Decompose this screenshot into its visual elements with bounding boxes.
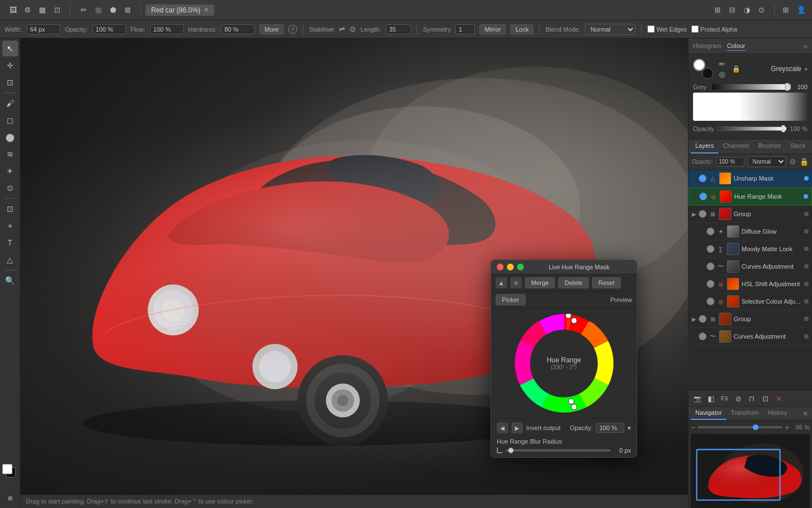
foreground-color-swatch[interactable] xyxy=(2,464,12,474)
fg-swatch[interactable] xyxy=(693,59,705,71)
layers-opacity-input[interactable] xyxy=(716,157,744,167)
paint-brush-tool[interactable]: 🖌 xyxy=(2,95,18,111)
colour-tab[interactable]: Colour xyxy=(727,41,745,51)
add-layer-btn[interactable]: 📷 xyxy=(692,393,703,404)
duplicate-layer-btn[interactable]: ⊡ xyxy=(760,393,771,404)
blur-slider-track[interactable] xyxy=(506,449,611,452)
layer-vis-group1[interactable] xyxy=(699,210,707,218)
layer-vis-selective[interactable] xyxy=(707,297,714,305)
layer-item-hsl[interactable]: ◎ HSL Shift Adjustment xyxy=(689,275,812,293)
account-icon[interactable]: 👤 xyxy=(795,4,807,16)
settings-icon[interactable]: ⚙ xyxy=(21,4,34,16)
photo-icon[interactable]: 🖼 xyxy=(7,4,19,16)
dodge-tool[interactable]: ☀ xyxy=(2,163,18,179)
layer-item-curves2[interactable]: 〜 Curves Adjustment xyxy=(689,328,812,345)
grey-slider-thumb[interactable] xyxy=(785,83,789,91)
group-layer-btn[interactable]: ⊓ xyxy=(746,393,757,404)
color-reset-icon[interactable]: ⊠ xyxy=(2,490,18,506)
blur-slider-thumb[interactable] xyxy=(508,448,514,453)
protect-alpha-checkbox[interactable] xyxy=(691,25,699,33)
opacity-input[interactable] xyxy=(92,24,126,34)
color-icon[interactable]: ◑ xyxy=(740,4,753,16)
delete-layer-btn[interactable]: ✕ xyxy=(773,393,784,404)
layer-vis-curves2[interactable] xyxy=(699,332,707,340)
adjust-icon[interactable]: ▦ xyxy=(36,4,48,16)
layer-expand-group1[interactable]: ▶ xyxy=(692,211,696,217)
layers-panel-menu[interactable]: ≡ xyxy=(810,139,812,154)
layer-vis-unsharp[interactable] xyxy=(699,174,707,182)
cursor-tool[interactable]: ↖ xyxy=(2,41,18,56)
layer-item-curves1[interactable]: 〜 Curves Adjustment xyxy=(689,258,812,275)
view-icon[interactable]: ⊟ xyxy=(726,4,738,16)
tab-channels[interactable]: Channels xyxy=(718,139,753,154)
tab-brushes[interactable]: Brushes xyxy=(754,139,785,154)
share-icon[interactable]: ⊞ xyxy=(779,4,792,16)
histogram-tab[interactable]: Histogram xyxy=(693,41,721,51)
layer-item-selective[interactable]: ◎ Selective Colour Adjustment xyxy=(689,293,812,310)
dialog-min-btn[interactable] xyxy=(507,264,514,270)
smudge-tool[interactable]: ≋ xyxy=(2,146,18,162)
width-input[interactable] xyxy=(27,24,60,34)
wet-edges-checkbox[interactable] xyxy=(647,25,655,33)
picker-icon[interactable]: ◎ xyxy=(719,70,725,78)
layers-lock-icon[interactable]: 🔒 xyxy=(800,157,809,166)
hue-wheel[interactable]: Hue Range (330° - 2°) xyxy=(515,314,614,413)
refresh-icon[interactable]: ↺ xyxy=(288,25,297,34)
paint-mode-icon[interactable]: ◎ xyxy=(92,4,104,16)
opacity-slider[interactable] xyxy=(717,126,787,131)
fill-tool[interactable]: ⬤ xyxy=(2,129,18,145)
layer-vis-curves1[interactable] xyxy=(707,262,714,270)
transform-tool[interactable]: ✛ xyxy=(2,58,18,73)
brush-mode-icon[interactable]: ✏ xyxy=(77,4,90,16)
lock-icon[interactable]: 🔒 xyxy=(732,65,740,73)
dialog-picker-btn[interactable]: Picker xyxy=(496,294,526,305)
document-tab[interactable]: Red car (86.0%) ✕ xyxy=(145,5,214,16)
layers-gear-icon[interactable]: ⚙ xyxy=(789,157,796,166)
lasso-tool[interactable]: ⌖ xyxy=(2,218,18,234)
dialog-max-btn[interactable] xyxy=(517,264,524,270)
layer-vis-hsl[interactable] xyxy=(707,280,714,288)
layer-vis-group2[interactable] xyxy=(699,315,707,323)
layer-item-moody[interactable]: ∑ Moody Matte Look xyxy=(689,240,812,258)
nav-preview[interactable] xyxy=(691,434,810,508)
dialog-opacity-val[interactable] xyxy=(596,423,624,433)
mirror-button[interactable]: Mirror xyxy=(479,24,506,34)
grid-icon[interactable]: ⊞ xyxy=(711,4,723,16)
blend-mode-select[interactable]: Normal xyxy=(585,24,636,35)
dialog-close-btn[interactable] xyxy=(497,264,504,270)
layers-blend-select[interactable]: Normal xyxy=(748,156,786,167)
pixel-mode-icon[interactable]: ⊠ xyxy=(121,4,134,16)
selection-tool[interactable]: ⊡ xyxy=(2,201,18,217)
nav-zoom-thumb[interactable] xyxy=(753,424,758,430)
panel-menu-icon[interactable]: ≡ xyxy=(804,43,807,50)
eraser-tool[interactable]: ◻ xyxy=(2,112,18,128)
layer-item-group2[interactable]: ▶ ⊞ Group xyxy=(689,310,812,328)
text-tool[interactable]: T xyxy=(2,235,18,251)
symmetry-input[interactable] xyxy=(455,24,475,34)
nav-panel-menu[interactable]: ≡ xyxy=(801,407,810,420)
layer-item-hue[interactable]: ◎ Hue Range Mask xyxy=(689,187,812,205)
triangle-left-btn[interactable]: ◀ xyxy=(497,422,508,433)
vector-mode-icon[interactable]: ⬟ xyxy=(107,4,119,16)
nav-zoom-track[interactable] xyxy=(698,426,783,428)
zoom-minus-btn[interactable]: − xyxy=(691,423,695,432)
brush-icon[interactable]: ✏ xyxy=(719,60,725,68)
tab-close-btn[interactable]: ✕ xyxy=(204,6,209,14)
zoom-tool[interactable]: 🔍 xyxy=(2,273,18,288)
greyscale-dropdown[interactable]: ▾ xyxy=(805,66,807,72)
lock-button[interactable]: Lock xyxy=(510,24,533,34)
layer-item-diffuse[interactable]: ☀ Diffuse Glow xyxy=(689,223,812,240)
clone-tool[interactable]: ⊙ xyxy=(2,180,18,196)
protect-alpha-label[interactable]: Protect Alpha xyxy=(691,25,737,33)
stabiliser-icon[interactable]: ⇌ xyxy=(339,25,345,33)
crop-tool[interactable]: ⊡ xyxy=(2,75,18,90)
opacity-thumb[interactable] xyxy=(782,125,785,132)
zoom-plus-btn[interactable]: + xyxy=(785,423,789,432)
dialog-reset-btn[interactable]: Reset xyxy=(592,277,621,288)
stabiliser-icon2[interactable]: ⊙ xyxy=(350,25,356,33)
mask-layer-btn[interactable]: ◧ xyxy=(705,393,717,404)
dialog-menu-btn[interactable]: ≡ xyxy=(510,277,522,288)
layer-vis-diffuse[interactable] xyxy=(707,227,714,235)
more-icon[interactable]: ⊙ xyxy=(755,4,767,16)
nav-tab-navigator[interactable]: Navigator xyxy=(691,407,726,420)
